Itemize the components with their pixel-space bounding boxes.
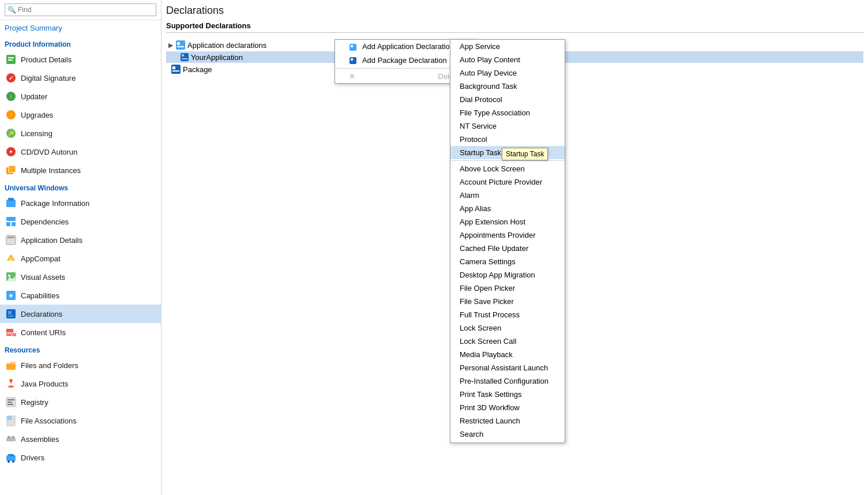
submenu-item-account-picture-provider[interactable]: Account Picture Provider [450, 175, 565, 189]
submenu-item-camera-settings[interactable]: Camera Settings [450, 255, 565, 268]
submenu-item-app-service[interactable]: App Service [450, 40, 565, 53]
sidebar-item-package-information[interactable]: Package Information [0, 194, 161, 212]
sidebar-item-application-details[interactable]: Application Details [0, 231, 161, 249]
sidebar-item-digital-signature[interactable]: ✓ Digital Signature [0, 69, 161, 87]
svg-point-46 [7, 460, 10, 463]
registry-icon [5, 396, 17, 408]
svg-rect-1 [8, 57, 14, 58]
licensing-icon: 🔑 [5, 127, 17, 140]
sidebar-label-application-details: Application Details [21, 236, 82, 245]
sidebar-item-drivers[interactable]: Drivers [0, 448, 161, 467]
submenu-item-share-target[interactable]: Share Target [450, 441, 565, 443]
capabilities-icon: ★ [5, 289, 17, 302]
sidebar-label-updater: Updater [21, 92, 47, 101]
submenu-item-cached-file-updater[interactable]: Cached File Updater [450, 242, 565, 255]
tree-label-your-application: YourApplication [191, 53, 243, 62]
sidebar-item-visual-assets[interactable]: Visual Assets [0, 268, 161, 286]
submenu-item-lock-screen[interactable]: Lock Screen [450, 321, 565, 335]
svg-rect-38 [7, 404, 13, 405]
sidebar-label-registry: Registry [21, 398, 48, 407]
drivers-icon [5, 451, 17, 464]
sidebar-label-files-folders: Files and Folders [21, 361, 78, 370]
svg-rect-18 [6, 222, 10, 226]
sidebar-item-cd-dvd[interactable]: CD/DVD Autorun [0, 142, 161, 161]
svg-rect-37 [7, 402, 12, 403]
sidebar-item-appcompat[interactable]: AppCompat [0, 249, 161, 268]
files-folders-icon [5, 359, 17, 372]
sidebar-item-content-uris[interactable]: http✕ Content URIs [0, 323, 161, 342]
sidebar-item-project-summary[interactable]: Project Summary [0, 20, 161, 36]
svg-rect-42 [7, 436, 10, 438]
sidebar-item-product-details[interactable]: Product Details [0, 50, 161, 69]
page-title: Declarations [166, 5, 863, 17]
svg-rect-36 [7, 399, 14, 400]
submenu-item-alarm[interactable]: Alarm [450, 189, 565, 202]
app-details-icon [5, 234, 17, 246]
add-pkg-decl-icon [349, 57, 357, 65]
sidebar-item-updater[interactable]: ↑ Updater [0, 87, 161, 106]
submenu-item-desktop-app-migration[interactable]: Desktop App Migration [450, 268, 565, 282]
submenu-item-print-task-settings[interactable]: Print Task Settings [450, 388, 565, 401]
submenu-item-appointments-provider[interactable]: Appointments Provider [450, 228, 565, 242]
submenu-item-auto-play-content[interactable]: Auto Play Content [450, 53, 565, 66]
sidebar-item-licensing[interactable]: 🔑 Licensing [0, 124, 161, 142]
svg-text:★: ★ [8, 292, 14, 299]
sidebar-item-java-products[interactable]: Java Products [0, 374, 161, 393]
svg-rect-41 [6, 438, 16, 441]
submenu-item-nt-service[interactable]: NT Service [450, 119, 565, 133]
sidebar-item-files-folders[interactable]: Files and Folders [0, 356, 161, 374]
submenu-item-file-save-picker[interactable]: File Save Picker [450, 295, 565, 308]
appcompat-icon [5, 252, 17, 265]
submenu-item-app-alias[interactable]: App Alias [450, 202, 565, 215]
sidebar-label-capabilities: Capabilities [21, 291, 59, 300]
sidebar-item-upgrades[interactable]: ↑ Upgrades [0, 106, 161, 124]
submenu-item-media-playback[interactable]: Media Playback [450, 348, 565, 361]
sidebar-item-dependencies[interactable]: Dependencies [0, 212, 161, 231]
submenu-item-auto-play-device[interactable]: Auto Play Device [450, 66, 565, 80]
sidebar-label-java-products: Java Products [21, 380, 68, 388]
svg-text:↑: ↑ [10, 112, 13, 118]
svg-rect-60 [351, 58, 353, 61]
svg-rect-50 [177, 46, 184, 47]
sidebar-item-registry[interactable]: Registry [0, 393, 161, 411]
sidebar-label-drivers: Drivers [21, 453, 44, 462]
submenu-item-search[interactable]: Search [450, 427, 565, 441]
content-uris-icon: http✕ [5, 326, 17, 339]
submenu-item-lock-screen-call[interactable]: Lock Screen Call [450, 335, 565, 348]
submenu-item-dial-protocol[interactable]: Dial Protocol [450, 93, 565, 106]
sidebar-item-declarations[interactable]: Declarations [0, 305, 161, 323]
product-details-icon [5, 53, 17, 66]
sidebar-label-appcompat: AppCompat [21, 254, 61, 263]
submenu-item-restricted-launch[interactable]: Restricted Launch [450, 414, 565, 427]
sidebar-item-multiple-instances[interactable]: Multiple Instances [0, 161, 161, 179]
sidebar-item-capabilities[interactable]: ★ Capabilities [0, 286, 161, 305]
submenu-item-pre-installed-config[interactable]: Pre-Installed Configuration [450, 374, 565, 388]
submenu-item-app-extension-host[interactable]: App Extension Host [450, 215, 565, 228]
submenu-item-above-lock-screen[interactable]: Above Lock Screen [450, 162, 565, 175]
submenu-item-print-3d-workflow[interactable]: Print 3D Workflow [450, 401, 565, 414]
multiple-instances-icon [5, 164, 17, 177]
sidebar-section-universal-windows: Universal Windows [0, 179, 161, 194]
svg-rect-40 [7, 416, 12, 420]
submenu-item-protocol[interactable]: Protocol [450, 133, 565, 146]
submenu-item-personal-assistant-launch[interactable]: Personal Assistant Launch [450, 361, 565, 374]
sidebar-item-file-associations[interactable]: File Associations [0, 411, 161, 430]
add-package-declaration-label: Add Package Declaration [349, 56, 447, 65]
file-assoc-icon [5, 414, 17, 427]
submenu-item-full-trust-process[interactable]: Full Trust Process [450, 308, 565, 321]
svg-rect-49 [177, 42, 180, 45]
submenu-item-file-open-picker[interactable]: File Open Picker [450, 282, 565, 295]
svg-rect-2 [8, 59, 13, 61]
sidebar-label-visual-assets: Visual Assets [21, 273, 65, 282]
sidebar-label-dependencies: Dependencies [21, 217, 69, 226]
svg-rect-58 [351, 45, 353, 47]
declarations-icon [5, 308, 17, 320]
submenu-item-background-task[interactable]: Background Task [450, 80, 565, 93]
updater-icon: ↑ [5, 90, 17, 103]
submenu-item-file-type-association[interactable]: File Type Association [450, 106, 565, 119]
svg-text:✓: ✓ [9, 75, 13, 81]
tree-expand-icon: ▶ [168, 42, 173, 49]
java-products-icon [5, 377, 17, 390]
search-input[interactable] [5, 3, 156, 16]
sidebar-item-assemblies[interactable]: Assemblies [0, 430, 161, 448]
